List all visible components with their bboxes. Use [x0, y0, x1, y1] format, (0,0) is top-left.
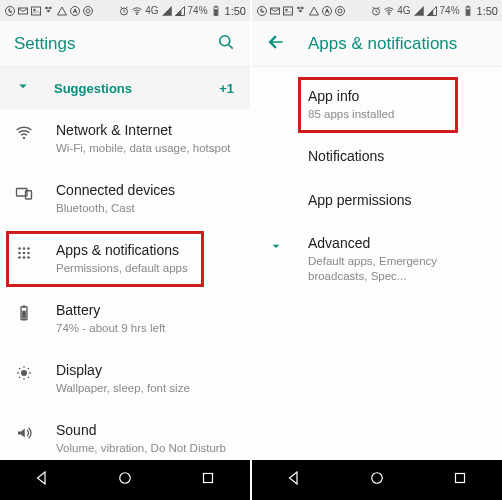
svg-rect-28	[22, 311, 26, 319]
row-title: App permissions	[308, 192, 486, 210]
svg-rect-27	[23, 306, 26, 308]
chevron-down-icon	[266, 235, 286, 254]
suggestions-row[interactable]: Suggestions +1	[0, 67, 250, 109]
circle-a-icon: A	[69, 5, 81, 17]
row-subtitle: Volume, vibration, Do Not Disturb	[56, 441, 234, 457]
svg-rect-47	[467, 6, 469, 7]
phone-right: A 4G 74% 1:50 Apps & notifications App i…	[252, 0, 502, 500]
svg-point-42	[336, 6, 345, 15]
item-network[interactable]: Network & Internet Wi-Fi, mobile, data u…	[0, 109, 250, 169]
wifi-icon	[383, 5, 395, 17]
signal2-icon	[426, 5, 438, 17]
item-apps-notifications[interactable]: Apps & notifications Permissions, defaul…	[0, 229, 250, 289]
status-bar: A 4G 74% 1:50	[252, 0, 502, 21]
svg-rect-48	[466, 9, 469, 15]
item-advanced[interactable]: Advanced Default apps, Emergency broadca…	[252, 222, 502, 298]
row-subtitle: Default apps, Emergency broadcasts, Spec…	[308, 254, 486, 285]
back-arrow-icon[interactable]	[266, 32, 286, 56]
battery-icon	[210, 5, 222, 17]
row-title: Display	[56, 362, 234, 380]
status-bar: A 4G 74% 1:50	[0, 0, 250, 21]
nav-home-icon[interactable]	[116, 469, 134, 491]
triangle-icon	[308, 5, 320, 17]
wifi-icon	[14, 122, 34, 142]
signal2-icon	[174, 5, 186, 17]
nav-home-icon[interactable]	[368, 469, 386, 491]
svg-point-6	[84, 6, 93, 15]
search-icon[interactable]	[216, 32, 236, 56]
nav-recents-icon[interactable]	[451, 469, 469, 491]
phone-left: A 4G 74% 1:50 Settings Suggestions +1 Ne…	[0, 0, 250, 500]
svg-point-39	[286, 9, 288, 11]
nav-bar	[0, 460, 250, 500]
settings-list: Network & Internet Wi-Fi, mobile, data u…	[0, 109, 250, 460]
row-title: Network & Internet	[56, 122, 234, 140]
row-subtitle: Wi-Fi, mobile, data usage, hotspot	[56, 141, 234, 157]
devices-icon	[14, 182, 34, 202]
apps-notifications-list: App info 85 apps installed Notifications…	[252, 67, 502, 460]
nav-recents-icon[interactable]	[199, 469, 217, 491]
item-app-permissions[interactable]: App permissions	[252, 179, 502, 223]
copyright-icon	[334, 5, 346, 17]
signal-icon	[161, 5, 173, 17]
item-display[interactable]: Display Wallpaper, sleep, font size	[0, 349, 250, 409]
chevron-down-icon	[14, 77, 32, 99]
page-title: Settings	[14, 34, 75, 54]
svg-point-29	[21, 370, 27, 376]
nav-back-icon[interactable]	[33, 469, 51, 491]
item-notifications[interactable]: Notifications	[252, 135, 502, 179]
svg-rect-11	[215, 6, 217, 7]
mail-icon	[17, 5, 29, 17]
svg-point-9	[136, 13, 138, 15]
item-app-info[interactable]: App info 85 apps installed	[252, 75, 502, 135]
mail-icon	[269, 5, 281, 17]
svg-point-14	[23, 137, 25, 139]
circle-a-icon: A	[321, 5, 333, 17]
svg-point-7	[86, 9, 90, 13]
row-title: Battery	[56, 302, 234, 320]
app-bar: Apps & notifications	[252, 21, 502, 67]
svg-point-34	[120, 473, 131, 484]
svg-text:A: A	[73, 8, 77, 14]
row-title: Connected devices	[56, 182, 234, 200]
row-subtitle: 74% - about 9 hrs left	[56, 321, 234, 337]
battery-percent: 74%	[439, 5, 461, 16]
dropbox-icon	[295, 5, 307, 17]
signal-icon	[413, 5, 425, 17]
alarm-icon	[370, 5, 382, 17]
svg-rect-50	[456, 474, 465, 483]
item-sound[interactable]: Sound Volume, vibration, Do Not Disturb	[0, 409, 250, 460]
row-title: Advanced	[308, 235, 486, 253]
svg-point-13	[220, 35, 230, 45]
sound-icon	[14, 422, 34, 442]
network-label: 4G	[144, 5, 159, 16]
svg-point-43	[338, 9, 342, 13]
svg-text:A: A	[325, 8, 329, 14]
nav-back-icon[interactable]	[285, 469, 303, 491]
svg-rect-12	[214, 9, 217, 15]
triangle-icon	[56, 5, 68, 17]
highlight-box	[6, 231, 204, 287]
highlight-box	[298, 77, 458, 133]
svg-point-45	[388, 13, 390, 15]
battery-icon	[462, 5, 474, 17]
nav-bar	[252, 460, 502, 500]
svg-rect-2	[32, 7, 41, 15]
network-label: 4G	[396, 5, 411, 16]
picture-icon	[30, 5, 42, 17]
svg-point-3	[34, 9, 36, 11]
whatsapp-icon	[4, 5, 16, 17]
wifi-icon	[131, 5, 143, 17]
clock: 1:50	[223, 5, 246, 17]
dropbox-icon	[43, 5, 55, 17]
copyright-icon	[82, 5, 94, 17]
suggestions-badge: +1	[219, 81, 234, 96]
item-battery[interactable]: Battery 74% - about 9 hrs left	[0, 289, 250, 349]
picture-icon	[282, 5, 294, 17]
item-connected-devices[interactable]: Connected devices Bluetooth, Cast	[0, 169, 250, 229]
svg-rect-38	[284, 7, 293, 15]
row-title: Notifications	[308, 148, 486, 166]
svg-rect-35	[204, 474, 213, 483]
display-icon	[14, 362, 34, 382]
page-title: Apps & notifications	[308, 34, 457, 54]
